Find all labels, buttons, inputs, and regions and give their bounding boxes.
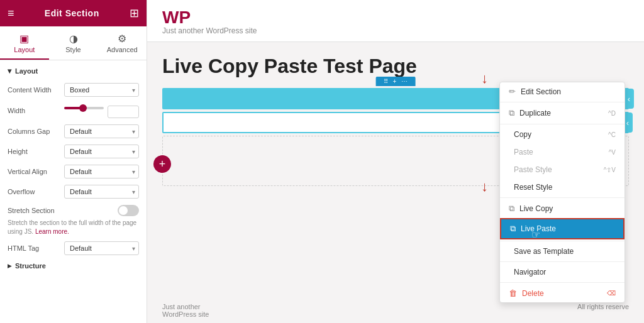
delete-icon: 🗑 bbox=[509, 288, 517, 298]
height-select-wrapper[interactable]: Default bbox=[64, 145, 139, 158]
divider-1 bbox=[500, 102, 625, 102]
divider-3 bbox=[500, 197, 625, 198]
resize-handle-1[interactable]: ‹ bbox=[624, 89, 634, 109]
height-select[interactable]: Default bbox=[64, 145, 139, 158]
html-tag-select[interactable]: Default bbox=[64, 241, 139, 255]
layout-tab-icon: ▣ bbox=[3, 33, 47, 45]
tab-layout-label: Layout bbox=[14, 46, 35, 53]
context-menu-live-copy[interactable]: ⧉ Live Copy bbox=[500, 199, 625, 218]
divider-5 bbox=[500, 261, 625, 262]
stretch-section-label: Stretch Section bbox=[8, 207, 118, 214]
divider-2 bbox=[500, 124, 625, 124]
html-tag-row: HTML Tag Default bbox=[8, 241, 139, 255]
vertical-align-row: Vertical Align Default bbox=[8, 165, 139, 178]
content-width-row: Content Width Boxed bbox=[8, 83, 139, 97]
context-menu-navigator[interactable]: Navigator bbox=[500, 263, 625, 281]
section-add-icon[interactable]: + bbox=[393, 78, 397, 85]
content-width-select-wrapper[interactable]: Boxed bbox=[64, 83, 139, 97]
arrow-down-1: ↓ bbox=[481, 70, 488, 87]
stretch-section-toggle[interactable] bbox=[118, 205, 139, 216]
tab-style[interactable]: ◑ Style bbox=[49, 26, 98, 60]
context-menu-copy[interactable]: Copy ^C bbox=[500, 126, 625, 143]
style-tab-icon: ◑ bbox=[52, 33, 96, 45]
divider-6 bbox=[500, 282, 625, 283]
context-menu-edit-section[interactable]: ✏ Edit Section bbox=[500, 82, 625, 101]
html-tag-control: Default bbox=[64, 241, 139, 255]
sidebar-header: ≡ Edit Section ⊞ bbox=[0, 0, 147, 26]
paste-shortcut: ^V bbox=[609, 149, 616, 156]
width-label: Width bbox=[8, 107, 64, 114]
overflow-select[interactable]: Default bbox=[64, 185, 139, 199]
context-menu-save-template[interactable]: Save as Template bbox=[500, 243, 625, 260]
edit-section-label: Edit Section bbox=[521, 87, 561, 96]
sidebar: ≡ Edit Section ⊞ ▣ Layout ◑ Style ⚙ Adva… bbox=[0, 0, 147, 323]
wp-tagline: Just another WordPress site bbox=[162, 26, 629, 35]
tab-style-label: Style bbox=[65, 46, 80, 53]
reset-style-label: Reset Style bbox=[514, 183, 552, 192]
width-controls bbox=[64, 103, 139, 118]
add-section-button[interactable]: + bbox=[153, 155, 171, 173]
copy-shortcut: ^C bbox=[608, 131, 616, 138]
width-input[interactable] bbox=[108, 106, 139, 118]
stretch-section-label-row: Stretch Section bbox=[8, 205, 139, 216]
wp-header: WP Just another WordPress site bbox=[147, 0, 644, 42]
arrow-down-2: ↓ bbox=[481, 178, 488, 195]
hamburger-icon[interactable]: ≡ bbox=[8, 7, 14, 20]
paste-style-label: Paste Style bbox=[514, 165, 552, 174]
stretch-section-row: Stretch Section Stretch the section to t… bbox=[8, 205, 139, 236]
live-copy-icon: ⧉ bbox=[509, 204, 514, 214]
overflow-row: Overflow Default bbox=[8, 185, 139, 199]
context-menu-delete[interactable]: 🗑 Delete ⌫ bbox=[500, 284, 625, 302]
copy-label: Copy bbox=[514, 130, 531, 139]
content-width-label: Content Width bbox=[8, 86, 64, 94]
section-dots-icon[interactable]: ⋯ bbox=[401, 78, 408, 85]
live-copy-label: Live Copy bbox=[519, 204, 553, 213]
vertical-align-label: Vertical Align bbox=[8, 168, 64, 175]
advanced-tab-icon: ⚙ bbox=[100, 33, 144, 45]
edit-section-icon: ✏ bbox=[509, 87, 516, 96]
vertical-align-select-wrapper[interactable]: Default bbox=[64, 165, 139, 178]
page-title: Live Copy Paste Test Page bbox=[162, 55, 629, 78]
width-slider-track bbox=[64, 107, 104, 109]
html-tag-label: HTML Tag bbox=[8, 244, 64, 252]
sidebar-body: Layout Content Width Boxed Width bbox=[0, 60, 147, 323]
delete-shortcut: ⌫ bbox=[607, 290, 616, 297]
tab-advanced[interactable]: ⚙ Advanced bbox=[97, 26, 147, 60]
structure-section-label: Structure bbox=[8, 261, 139, 270]
save-template-label: Save as Template bbox=[514, 247, 574, 256]
sidebar-title: Edit Section bbox=[45, 8, 99, 18]
wp-logo: WP bbox=[162, 9, 629, 26]
divider-4 bbox=[500, 241, 625, 241]
grid-icon[interactable]: ⊞ bbox=[130, 6, 139, 20]
columns-gap-row: Columns Gap Default bbox=[8, 124, 139, 138]
section-toolbar-1: ⠿ + ⋯ bbox=[376, 77, 416, 86]
columns-gap-select[interactable]: Default bbox=[64, 124, 139, 138]
tab-layout[interactable]: ▣ Layout bbox=[0, 26, 49, 60]
context-menu-paste-style[interactable]: Paste Style ^⇧V bbox=[500, 161, 625, 178]
learn-more-link[interactable]: Learn more. bbox=[35, 228, 69, 235]
navigator-label: Navigator bbox=[514, 268, 546, 276]
footer-left: Just anotherWordPress site bbox=[162, 303, 209, 318]
context-menu-reset-style[interactable]: Reset Style bbox=[500, 178, 625, 196]
html-tag-select-wrapper[interactable]: Default bbox=[64, 241, 139, 255]
width-slider-thumb[interactable] bbox=[79, 104, 87, 112]
overflow-label: Overflow bbox=[8, 188, 64, 195]
height-control: Default bbox=[64, 145, 139, 158]
content-width-control: Boxed bbox=[64, 83, 139, 97]
vertical-align-select[interactable]: Default bbox=[64, 165, 139, 178]
footer-right: All rights reserve bbox=[577, 303, 629, 318]
context-menu-duplicate[interactable]: ⧉ Duplicate ^D bbox=[500, 104, 625, 123]
paste-style-shortcut: ^⇧V bbox=[604, 167, 616, 173]
duplicate-shortcut: ^D bbox=[608, 110, 616, 117]
sidebar-tabs: ▣ Layout ◑ Style ⚙ Advanced bbox=[0, 26, 147, 60]
columns-gap-label: Columns Gap bbox=[8, 128, 64, 135]
delete-label: Delete bbox=[522, 289, 544, 298]
height-row: Height Default bbox=[8, 145, 139, 158]
duplicate-icon: ⧉ bbox=[509, 108, 514, 118]
context-menu-live-paste[interactable]: ⧉ Live Paste ☞ bbox=[500, 218, 625, 239]
section-move-icon[interactable]: ⠿ bbox=[384, 78, 388, 85]
overflow-select-wrapper[interactable]: Default bbox=[64, 185, 139, 199]
columns-gap-select-wrapper[interactable]: Default bbox=[64, 124, 139, 138]
context-menu-paste[interactable]: Paste ^V bbox=[500, 143, 625, 161]
content-width-select[interactable]: Boxed bbox=[64, 83, 139, 97]
